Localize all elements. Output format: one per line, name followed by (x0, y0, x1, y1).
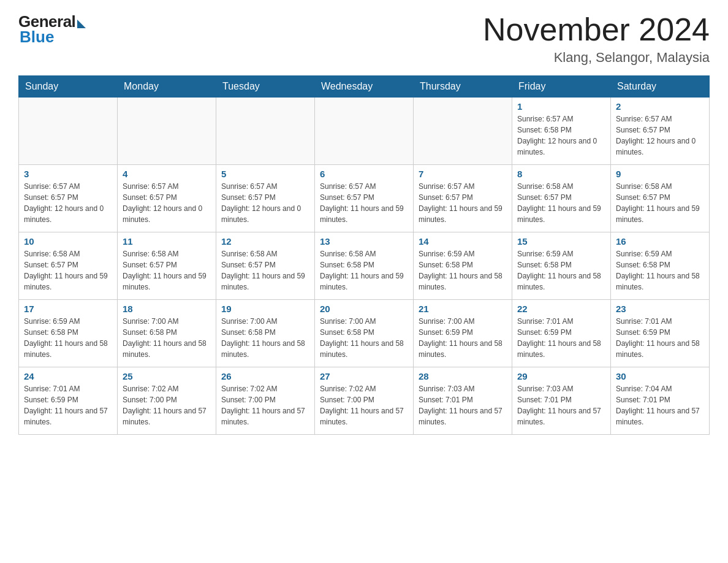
day-number: 21 (419, 304, 507, 314)
calendar-cell: 19Sunrise: 7:00 AM Sunset: 6:58 PM Dayli… (216, 300, 315, 367)
calendar-cell: 25Sunrise: 7:02 AM Sunset: 7:00 PM Dayli… (118, 367, 216, 435)
calendar-cell: 14Sunrise: 6:59 AM Sunset: 6:58 PM Dayli… (414, 232, 512, 300)
day-number: 15 (517, 236, 605, 247)
day-number: 12 (221, 236, 309, 247)
calendar-cell: 20Sunrise: 7:00 AM Sunset: 6:58 PM Dayli… (315, 300, 414, 367)
calendar-cell: 27Sunrise: 7:02 AM Sunset: 7:00 PM Dayli… (315, 367, 414, 435)
calendar-cell: 21Sunrise: 7:00 AM Sunset: 6:59 PM Dayli… (414, 300, 512, 367)
calendar-week-4: 17Sunrise: 6:59 AM Sunset: 6:58 PM Dayli… (19, 300, 710, 367)
calendar-week-3: 10Sunrise: 6:58 AM Sunset: 6:57 PM Dayli… (19, 232, 710, 300)
day-number: 23 (616, 304, 704, 314)
day-number: 30 (616, 371, 704, 381)
day-info: Sunrise: 6:58 AM Sunset: 6:58 PM Dayligh… (320, 248, 408, 293)
calendar-cell (19, 98, 118, 165)
day-info: Sunrise: 6:58 AM Sunset: 6:57 PM Dayligh… (517, 181, 605, 225)
day-info: Sunrise: 7:03 AM Sunset: 7:01 PM Dayligh… (517, 383, 605, 427)
day-number: 26 (221, 371, 309, 381)
calendar-cell (414, 98, 512, 165)
day-info: Sunrise: 7:02 AM Sunset: 7:00 PM Dayligh… (221, 383, 309, 427)
calendar-cell (118, 98, 216, 165)
calendar-header-row: SundayMondayTuesdayWednesdayThursdayFrid… (19, 76, 710, 98)
day-number: 5 (221, 169, 309, 179)
calendar-cell: 12Sunrise: 6:58 AM Sunset: 6:57 PM Dayli… (216, 232, 315, 300)
calendar-week-1: 1Sunrise: 6:57 AM Sunset: 6:58 PM Daylig… (19, 98, 710, 165)
day-number: 22 (517, 304, 605, 314)
day-number: 20 (320, 304, 408, 314)
day-info: Sunrise: 7:02 AM Sunset: 7:00 PM Dayligh… (320, 383, 408, 427)
calendar-cell: 9Sunrise: 6:58 AM Sunset: 6:57 PM Daylig… (611, 165, 710, 232)
day-info: Sunrise: 6:57 AM Sunset: 6:57 PM Dayligh… (123, 181, 211, 225)
calendar-cell: 24Sunrise: 7:01 AM Sunset: 6:59 PM Dayli… (19, 367, 118, 435)
calendar-cell: 30Sunrise: 7:04 AM Sunset: 7:01 PM Dayli… (611, 367, 710, 435)
day-info: Sunrise: 6:57 AM Sunset: 6:57 PM Dayligh… (221, 181, 309, 225)
calendar-cell: 8Sunrise: 6:58 AM Sunset: 6:57 PM Daylig… (512, 165, 611, 232)
day-of-week-wednesday: Wednesday (315, 76, 414, 98)
day-number: 19 (221, 304, 309, 314)
calendar-week-2: 3Sunrise: 6:57 AM Sunset: 6:57 PM Daylig… (19, 165, 710, 232)
day-number: 10 (24, 236, 112, 247)
calendar-cell: 29Sunrise: 7:03 AM Sunset: 7:01 PM Dayli… (512, 367, 611, 435)
page-header: General Blue November 2024 Klang, Selang… (18, 12, 710, 66)
day-of-week-friday: Friday (512, 76, 611, 98)
day-info: Sunrise: 7:01 AM Sunset: 6:59 PM Dayligh… (517, 316, 605, 360)
day-number: 6 (320, 169, 408, 179)
day-info: Sunrise: 7:00 AM Sunset: 6:58 PM Dayligh… (221, 316, 309, 360)
day-number: 16 (616, 236, 704, 247)
calendar-cell: 7Sunrise: 6:57 AM Sunset: 6:57 PM Daylig… (414, 165, 512, 232)
day-number: 2 (616, 101, 704, 112)
day-number: 25 (123, 371, 211, 381)
day-info: Sunrise: 6:59 AM Sunset: 6:58 PM Dayligh… (616, 248, 704, 293)
calendar-cell: 23Sunrise: 7:01 AM Sunset: 6:59 PM Dayli… (611, 300, 710, 367)
day-info: Sunrise: 6:57 AM Sunset: 6:58 PM Dayligh… (517, 113, 605, 158)
day-info: Sunrise: 6:57 AM Sunset: 6:57 PM Dayligh… (320, 181, 408, 225)
day-of-week-sunday: Sunday (19, 76, 118, 98)
day-info: Sunrise: 7:00 AM Sunset: 6:58 PM Dayligh… (123, 316, 211, 360)
day-info: Sunrise: 6:58 AM Sunset: 6:57 PM Dayligh… (123, 248, 211, 293)
day-info: Sunrise: 6:59 AM Sunset: 6:58 PM Dayligh… (517, 248, 605, 293)
calendar-cell: 26Sunrise: 7:02 AM Sunset: 7:00 PM Dayli… (216, 367, 315, 435)
day-info: Sunrise: 6:59 AM Sunset: 6:58 PM Dayligh… (24, 316, 112, 360)
day-number: 29 (517, 371, 605, 381)
day-info: Sunrise: 6:57 AM Sunset: 6:57 PM Dayligh… (419, 181, 507, 225)
logo: General Blue (18, 12, 86, 47)
calendar-cell (315, 98, 414, 165)
day-number: 9 (616, 169, 704, 179)
logo-blue-text: Blue (20, 28, 54, 47)
calendar-cell: 17Sunrise: 6:59 AM Sunset: 6:58 PM Dayli… (19, 300, 118, 367)
calendar-cell: 1Sunrise: 6:57 AM Sunset: 6:58 PM Daylig… (512, 98, 611, 165)
day-info: Sunrise: 7:00 AM Sunset: 6:58 PM Dayligh… (320, 316, 408, 360)
day-number: 28 (419, 371, 507, 381)
day-number: 4 (123, 169, 211, 179)
day-info: Sunrise: 6:58 AM Sunset: 6:57 PM Dayligh… (221, 248, 309, 293)
calendar-cell: 22Sunrise: 7:01 AM Sunset: 6:59 PM Dayli… (512, 300, 611, 367)
calendar-cell: 10Sunrise: 6:58 AM Sunset: 6:57 PM Dayli… (19, 232, 118, 300)
month-title: November 2024 (483, 12, 710, 47)
calendar-cell: 13Sunrise: 6:58 AM Sunset: 6:58 PM Dayli… (315, 232, 414, 300)
calendar-cell: 11Sunrise: 6:58 AM Sunset: 6:57 PM Dayli… (118, 232, 216, 300)
day-info: Sunrise: 7:01 AM Sunset: 6:59 PM Dayligh… (24, 383, 112, 427)
day-number: 11 (123, 236, 211, 247)
day-number: 7 (419, 169, 507, 179)
calendar-cell: 3Sunrise: 6:57 AM Sunset: 6:57 PM Daylig… (19, 165, 118, 232)
day-number: 13 (320, 236, 408, 247)
calendar-cell: 5Sunrise: 6:57 AM Sunset: 6:57 PM Daylig… (216, 165, 315, 232)
calendar-cell: 15Sunrise: 6:59 AM Sunset: 6:58 PM Dayli… (512, 232, 611, 300)
day-number: 3 (24, 169, 112, 179)
calendar-cell: 6Sunrise: 6:57 AM Sunset: 6:57 PM Daylig… (315, 165, 414, 232)
calendar-cell: 16Sunrise: 6:59 AM Sunset: 6:58 PM Dayli… (611, 232, 710, 300)
day-info: Sunrise: 7:03 AM Sunset: 7:01 PM Dayligh… (419, 383, 507, 427)
day-number: 8 (517, 169, 605, 179)
day-info: Sunrise: 7:04 AM Sunset: 7:01 PM Dayligh… (616, 383, 704, 427)
day-info: Sunrise: 6:58 AM Sunset: 6:57 PM Dayligh… (24, 248, 112, 293)
calendar-cell: 18Sunrise: 7:00 AM Sunset: 6:58 PM Dayli… (118, 300, 216, 367)
day-info: Sunrise: 7:01 AM Sunset: 6:59 PM Dayligh… (616, 316, 704, 360)
day-of-week-tuesday: Tuesday (216, 76, 315, 98)
location-text: Klang, Selangor, Malaysia (483, 50, 710, 66)
day-info: Sunrise: 7:00 AM Sunset: 6:59 PM Dayligh… (419, 316, 507, 360)
day-number: 14 (419, 236, 507, 247)
calendar-cell: 2Sunrise: 6:57 AM Sunset: 6:57 PM Daylig… (611, 98, 710, 165)
day-number: 27 (320, 371, 408, 381)
calendar-table: SundayMondayTuesdayWednesdayThursdayFrid… (18, 75, 710, 435)
calendar-cell (216, 98, 315, 165)
day-number: 18 (123, 304, 211, 314)
